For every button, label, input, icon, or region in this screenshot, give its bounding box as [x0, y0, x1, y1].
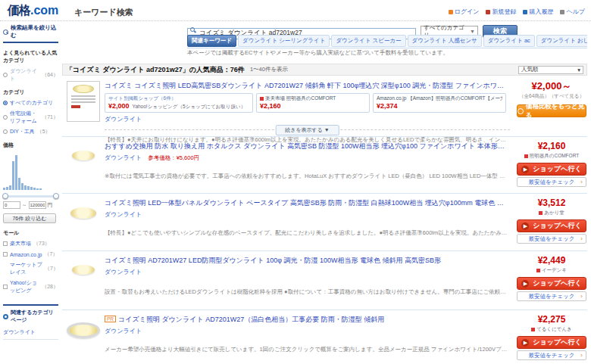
logo-com-text: .com	[30, 4, 58, 17]
show-more-row: 続きを表示する ▼	[105, 125, 510, 135]
login-icon	[449, 10, 453, 14]
commission-notice: 本ページでは掲載するECサイトやメーカー等から購入実績などに基づいて手数料を受領…	[187, 49, 449, 57]
site-header: 価格.com キーワード検索 ログイン 新規登録 購入履歴 ヘルプ	[0, 0, 591, 21]
product-2-main: おすすめ交換用 防水 取り換え用 ホタルクス ダウンライト 高気密SB 防湿型 …	[105, 142, 516, 193]
price-slider-min-handle[interactable]	[2, 193, 8, 199]
tab-keyword-4[interactable]: ダウンライト ac	[483, 35, 535, 47]
offer-count-note: （全64商品）（すべて見る）	[519, 93, 584, 100]
tab-keyword-3[interactable]: ダウンライト 人感センサ	[408, 35, 482, 47]
price-min-input[interactable]	[3, 201, 20, 209]
price-slider-max-handle[interactable]	[53, 193, 59, 199]
product-list: コイズミ コイズミ照明 LED高気密SBダウンライト AD7201W27 傾斜角…	[62, 76, 587, 364]
related-pages-title: 関連するカテゴリページ	[3, 309, 58, 324]
product-price: ¥2,160	[538, 142, 566, 151]
login-link[interactable]: ログイン	[449, 8, 480, 16]
search-icon	[3, 30, 8, 35]
rakuten-icon	[260, 97, 264, 101]
product-title-link[interactable]: コイズミ照明 LED一体型パネルダウンライト ベースタイプ 高気密SB形 防雨・…	[105, 198, 510, 208]
category-tag-link[interactable]: ダウンライト	[105, 327, 142, 335]
product-2-thumbnail[interactable]	[62, 142, 105, 193]
shop-icon	[524, 154, 528, 158]
mall-option-yahoo[interactable]: Yahoo!ショッピング（28）	[3, 279, 58, 294]
check-lowest-price-button[interactable]: 最安値をチェック›	[517, 350, 586, 360]
mall-option-amazon[interactable]: Amazon.co.jp（7）	[3, 250, 58, 258]
tab-keyword-1[interactable]: ダウンライト シーリングライト	[238, 35, 330, 47]
refine-button[interactable]: 76件 絞り込む	[3, 213, 56, 223]
shop-offer-amazon[interactable]: Amazon.co.jp 【Amazon】照明器具のCOMFORT【メーカー取り…	[373, 93, 506, 113]
product-4-thumbnail[interactable]	[62, 256, 105, 310]
chevron-right-icon: ›	[580, 179, 583, 185]
product-row-3: コイズミ照明 LED一体型パネルダウンライト ベースタイプ 高気密SB形 防雨・…	[62, 194, 587, 251]
shop-offer-rakuten[interactable]: 楽天市場 照明器具のCOMFORT ¥2,160	[256, 93, 370, 113]
category-option-all[interactable]: すべてのカテゴリ	[3, 99, 58, 107]
category-tag-link[interactable]: ダウンライト	[105, 154, 142, 162]
shop-offer-yahoo[interactable]: サイト別掲載ショップ（6件） ¥2,000Yahoo!ショッピング（5ショップに…	[105, 93, 253, 113]
price-slider[interactable]	[4, 195, 58, 198]
category-section-title: カテゴリ	[3, 89, 58, 96]
logo-kakaku-text: 価格	[8, 4, 30, 17]
mall-option-rakuten[interactable]: 楽天市場（73）	[3, 240, 58, 247]
product-5-thumbnail[interactable]	[62, 315, 105, 364]
mall-section-title: モール	[3, 229, 58, 237]
go-to-shop-button[interactable]: ▶ショップへ行く	[517, 277, 586, 290]
chevron-right-icon: ›	[580, 352, 583, 359]
popular-category-item[interactable]: ダウンライト（64）	[3, 67, 58, 82]
shop-icon	[539, 211, 543, 215]
mall-option-marketplace[interactable]: マーケットプレイス（7）	[3, 261, 58, 276]
product-row-1: コイズミ コイズミ照明 LED高気密SBダウンライト AD7201W27 傾斜角…	[62, 76, 587, 137]
go-to-shop-button[interactable]: ▶ショップへ行く	[517, 336, 586, 349]
product-3-price-column: ¥3,512 あかり堂 ▶ショップへ行く 最安値をチェック›	[516, 198, 587, 250]
product-5-main: PRコイズミ照明 ダウンライト AD7201W27（温白色相当）工事必要 防雨・…	[105, 315, 516, 364]
product-price: ¥2,449	[538, 256, 566, 266]
result-header-bar: 「コイズミ ダウンライト ad7201w27」の人気商品：76件 1〜40件を表…	[62, 64, 587, 76]
tab-related-keywords[interactable]: 関連キーワード	[187, 35, 236, 47]
site-logo[interactable]: 価格.com	[8, 3, 58, 19]
product-1-main: コイズミ コイズミ照明 LED高気密SBダウンライト AD7201W27 傾斜角…	[105, 81, 516, 136]
sort-select[interactable]: 人気順 ▾	[518, 66, 583, 74]
register-link[interactable]: 新規登録	[486, 8, 516, 16]
check-lowest-price-button[interactable]: 最安値をチェック›	[517, 291, 586, 301]
related-pages-box: 関連するカテゴリページ ダウンライト	[3, 304, 58, 340]
price-histogram	[3, 154, 58, 190]
product-title-link[interactable]: コイズミ コイズミ照明 LED高気密SBダウンライト AD7201W27 傾斜角…	[105, 81, 510, 91]
checkbox-icon	[3, 241, 8, 246]
radio-icon	[3, 129, 8, 134]
product-2-price-column: ¥2,160 照明器具のCOMFORT ▶ショップへ行く 最安値をチェック›	[516, 142, 587, 193]
product-title-link[interactable]: おすすめ交換用 防水 取り換え用 ホタルクス ダウンライト 高気密SB 防湿型 …	[105, 142, 510, 151]
product-price: ¥2,275	[538, 315, 566, 325]
check-lowest-price-button[interactable]: 最安値をチェック›	[517, 177, 586, 187]
radio-icon	[3, 115, 8, 120]
product-title-link[interactable]: コイズミ照明 AD7201W27 LED防雨型ダウンライト 100φ 調光・防湿…	[105, 256, 510, 266]
product-price: ¥3,512	[538, 198, 566, 208]
category-option-housing[interactable]: 住宅設備・リフォーム（71）	[3, 110, 58, 125]
category-option-diy[interactable]: DIY・工具（5）	[3, 128, 58, 135]
product-1-thumbnail[interactable]	[62, 81, 105, 136]
price-max-input[interactable]	[29, 201, 46, 209]
header-links: ログイン 新規登録 購入履歴 ヘルプ	[449, 8, 585, 16]
check-lowest-price-button[interactable]: 最安値をチェック›	[517, 234, 586, 244]
history-link[interactable]: 購入履歴	[523, 8, 553, 16]
category-tag-link[interactable]: ダウンライト	[105, 115, 142, 123]
product-title-link[interactable]: PRコイズミ照明 ダウンライト AD7201W27（温白色相当）工事必要 防雨・…	[105, 315, 510, 325]
chevron-down-icon: ▼	[470, 29, 475, 34]
register-icon	[486, 10, 490, 14]
related-category-link[interactable]: ダウンライト	[3, 328, 58, 340]
go-to-shop-button[interactable]: ▶ショップへ行く	[517, 163, 586, 176]
price-section-title: 価格	[3, 142, 58, 149]
tab-keyword-5[interactable]: ダウンライト おしゃれ	[536, 35, 587, 47]
category-tag-link[interactable]: ダウンライト	[105, 268, 142, 276]
compare-prices-button[interactable]: 価格比較をもっと見る	[517, 104, 586, 117]
arrow-circle-icon: ▶	[521, 222, 529, 230]
go-to-shop-button[interactable]: ▶ショップへ行く	[517, 219, 586, 232]
product-3-main: コイズミ照明 LED一体型パネルダウンライト ベースタイプ 高気密SB形 防雨・…	[105, 198, 516, 250]
shop-name: てるくにでんき	[531, 326, 572, 333]
search-icon	[190, 27, 195, 32]
category-tag-link[interactable]: ダウンライト	[105, 210, 142, 219]
tab-keyword-2[interactable]: ダウンライト スピーカー	[331, 35, 405, 47]
downlight-image	[73, 85, 94, 93]
help-link[interactable]: ヘルプ	[560, 8, 585, 16]
show-more-button[interactable]: 続きを表示する ▼	[275, 125, 339, 135]
product-3-thumbnail[interactable]	[62, 198, 105, 250]
radio-selected-icon	[3, 101, 8, 105]
kakaku-keyword-search-page: 価格.com キーワード検索 ログイン 新規登録 購入履歴 ヘルプ すべてのカテ…	[0, 0, 591, 364]
